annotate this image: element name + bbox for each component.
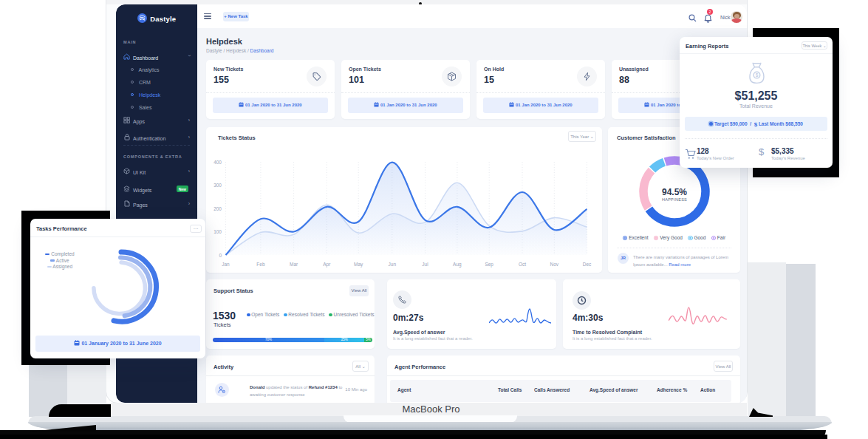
svg-text:Sep: Sep	[485, 262, 493, 268]
svg-text:Jan: Jan	[222, 262, 230, 267]
svg-text:Dec: Dec	[583, 262, 592, 267]
svg-text:400: 400	[213, 160, 222, 165]
svg-text:0: 0	[219, 253, 222, 258]
svg-text:Aug: Aug	[453, 262, 462, 268]
svg-text:Mar: Mar	[290, 262, 298, 267]
svg-text:200: 200	[213, 206, 222, 211]
svg-text:$: $	[756, 72, 759, 78]
svg-text:Jul: Jul	[422, 262, 428, 267]
svg-text:Apr: Apr	[323, 262, 331, 268]
svg-text:May: May	[354, 262, 363, 268]
svg-text:100: 100	[213, 229, 222, 234]
svg-text:Oct: Oct	[519, 262, 526, 267]
svg-text:300: 300	[213, 183, 222, 188]
svg-text:Jun: Jun	[389, 262, 397, 267]
svg-text:Nov: Nov	[550, 262, 559, 267]
svg-text:Feb: Feb	[256, 262, 265, 267]
